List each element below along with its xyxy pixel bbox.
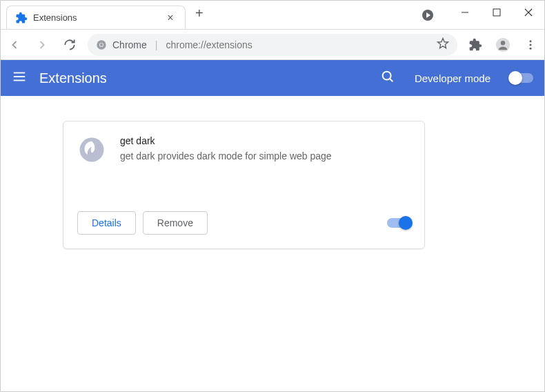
url-prefix: Chrome (112, 39, 147, 50)
page-title: Extensions (39, 70, 368, 86)
extensions-header: Extensions Developer mode (1, 60, 544, 96)
svg-point-18 (383, 72, 391, 80)
svg-point-13 (530, 43, 532, 46)
reload-button[interactable] (60, 35, 79, 55)
chrome-window: Extensions × + Chrome | chrome://extensi… (0, 0, 545, 392)
maximize-button[interactable] (481, 1, 513, 24)
extension-enable-toggle[interactable] (387, 218, 410, 228)
back-button[interactable] (5, 35, 24, 55)
browser-tab[interactable]: Extensions × (6, 6, 186, 29)
address-bar: Chrome | chrome://extensions (1, 30, 544, 60)
svg-line-19 (390, 79, 393, 81)
extension-info: get dark get dark provides dark mode for… (120, 135, 410, 161)
forward-button[interactable] (32, 35, 52, 55)
svg-marker-9 (438, 39, 448, 48)
window-controls (449, 1, 544, 24)
tab-title: Extensions (33, 12, 159, 23)
puzzle-icon (15, 12, 28, 24)
menu-dots-icon[interactable] (521, 35, 540, 55)
content-area: risk.com get dark get dark provides dark… (1, 96, 544, 391)
extension-icon (77, 135, 106, 164)
remove-button[interactable]: Remove (143, 211, 208, 235)
developer-mode-toggle[interactable] (510, 73, 533, 83)
svg-point-8 (100, 43, 103, 46)
url-text: chrome://extensions (166, 39, 252, 50)
svg-point-11 (501, 41, 505, 45)
new-tab-button[interactable]: + (192, 3, 206, 24)
card-top: get dark get dark provides dark mode for… (77, 135, 410, 211)
svg-point-14 (530, 47, 532, 49)
extension-description: get dark provides dark mode for simple w… (120, 150, 410, 161)
search-icon[interactable] (380, 69, 395, 87)
media-control-icon[interactable] (422, 9, 434, 21)
extension-name: get dark (120, 135, 410, 146)
profile-avatar-icon[interactable] (493, 35, 513, 55)
titlebar: Extensions × + (1, 1, 544, 30)
close-window-button[interactable] (513, 1, 544, 24)
svg-point-12 (530, 40, 532, 42)
tab-close-button[interactable]: × (164, 12, 177, 24)
card-actions: Details Remove (77, 211, 410, 235)
developer-mode-label: Developer mode (415, 72, 490, 84)
extension-card: get dark get dark provides dark mode for… (63, 121, 425, 249)
minimize-button[interactable] (449, 1, 481, 24)
bookmark-star-icon[interactable] (437, 37, 449, 52)
hamburger-menu-icon[interactable] (12, 69, 27, 87)
url-box[interactable]: Chrome | chrome://extensions (88, 34, 457, 56)
watermark-logo (35, 248, 159, 372)
details-button[interactable]: Details (77, 211, 136, 235)
chrome-icon (96, 39, 107, 50)
extensions-puzzle-icon[interactable] (466, 35, 485, 55)
svg-rect-3 (493, 9, 500, 16)
